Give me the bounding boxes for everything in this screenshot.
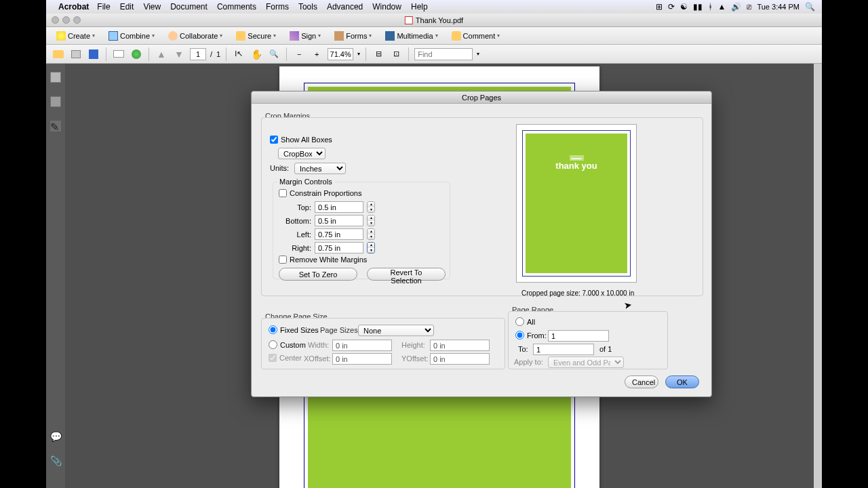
apply-to-select[interactable]: Even and Odd Pages: [548, 357, 624, 368]
custom-radio[interactable]: Custom: [269, 340, 306, 349]
find-input[interactable]: [414, 48, 473, 60]
menu-help[interactable]: Help: [411, 2, 428, 12]
bottom-input[interactable]: [315, 215, 363, 226]
left-stepper[interactable]: ▴▾: [367, 228, 375, 240]
right-label: Right:: [284, 244, 311, 252]
bluetooth-icon[interactable]: ᚼ: [708, 2, 713, 12]
menu-document[interactable]: Document: [170, 2, 208, 12]
cancel-button[interactable]: Cancel: [625, 375, 658, 388]
page-number-input[interactable]: [190, 48, 206, 60]
multimedia-button[interactable]: Multimedia▾: [380, 29, 442, 43]
constrain-proportions-checkbox[interactable]: Constrain Proportions: [279, 189, 361, 197]
marquee-icon: 🔍: [269, 49, 279, 58]
right-stepper[interactable]: ▴▾: [367, 242, 375, 253]
separator: [149, 47, 149, 61]
secure-button[interactable]: Secure▾: [231, 29, 281, 43]
print-button[interactable]: [69, 47, 83, 61]
menu-window[interactable]: Window: [372, 2, 401, 12]
preview-header: ▬▬▬: [570, 155, 584, 161]
app-menu[interactable]: Acrobat: [58, 2, 89, 12]
to-input[interactable]: [533, 344, 594, 355]
battery-icon[interactable]: ▮▮: [693, 2, 703, 12]
minimize-window-button[interactable]: [62, 16, 70, 24]
down-arrow-icon: ▼: [174, 49, 184, 60]
left-input[interactable]: [315, 228, 363, 240]
from-input[interactable]: [548, 330, 609, 342]
page-sizes-select[interactable]: None: [358, 325, 434, 336]
zoom-out-button[interactable]: −: [292, 47, 306, 61]
menu-comments[interactable]: Comments: [217, 2, 256, 12]
top-input[interactable]: [315, 201, 363, 213]
menu-file[interactable]: File: [97, 2, 110, 12]
zoom-in-button[interactable]: +: [310, 47, 323, 61]
box-type-select[interactable]: CropBox: [278, 148, 326, 159]
yoffset-label: YOffset:: [401, 354, 429, 363]
zoom-window-button[interactable]: [73, 16, 81, 24]
from-radio[interactable]: From:: [515, 331, 547, 340]
select-tool[interactable]: I↖: [232, 47, 245, 61]
crop-preview: ▬▬▬ thank you: [516, 124, 637, 283]
hand-tool[interactable]: ✋: [250, 47, 263, 61]
combine-button[interactable]: Combine▾: [104, 29, 159, 43]
right-input[interactable]: [315, 242, 363, 253]
xoffset-input[interactable]: [332, 353, 392, 365]
width-input[interactable]: [332, 340, 392, 351]
create-button[interactable]: Create▾: [52, 29, 100, 43]
menu-clock[interactable]: Tue 3:44 PM: [757, 3, 800, 11]
prev-page-button[interactable]: ▲: [155, 47, 168, 61]
wifi-icon[interactable]: ▲: [718, 2, 726, 12]
marquee-zoom-tool[interactable]: 🔍: [267, 47, 281, 61]
page-total: 1: [216, 50, 220, 58]
height-input[interactable]: [430, 340, 490, 351]
menu-view[interactable]: View: [143, 2, 161, 12]
ok-button[interactable]: OK: [665, 375, 699, 388]
mobileme-icon[interactable]: ☯: [680, 2, 688, 12]
email-button[interactable]: [112, 47, 125, 61]
zoom-input[interactable]: [328, 48, 353, 60]
menu-edit[interactable]: Edit: [120, 2, 134, 12]
units-select[interactable]: Inches: [294, 163, 346, 174]
remove-white-margins-checkbox[interactable]: Remove White Margins: [279, 256, 367, 264]
comment-button[interactable]: Comment▾: [447, 29, 505, 43]
zoom-in-icon: +: [315, 50, 319, 58]
yoffset-input[interactable]: [430, 353, 490, 365]
spotlight-icon[interactable]: 🔍: [805, 2, 815, 12]
center-checkbox[interactable]: Center: [269, 354, 302, 362]
show-all-boxes-checkbox[interactable]: Show All Boxes: [270, 136, 332, 144]
menu-forms[interactable]: Forms: [266, 2, 289, 12]
margin-controls-label: Margin Controls: [277, 178, 334, 186]
multimedia-icon: [385, 31, 395, 41]
display-icon[interactable]: ⎚: [747, 2, 751, 12]
collaborate-button[interactable]: Collaborate▾: [163, 29, 227, 43]
next-page-button[interactable]: ▼: [172, 47, 186, 61]
bookmarks-panel-icon[interactable]: [50, 96, 61, 107]
open-button[interactable]: [52, 47, 65, 61]
save-icon: [89, 49, 98, 59]
separator: [106, 47, 106, 61]
comment-panel-icon[interactable]: 💬: [50, 431, 62, 442]
status-icon[interactable]: ⊞: [656, 2, 663, 12]
attachments-panel-icon[interactable]: 📎: [50, 455, 62, 466]
vertical-scrollbar[interactable]: [814, 64, 822, 488]
web-button[interactable]: [130, 47, 143, 61]
pages-panel-icon[interactable]: [50, 72, 61, 83]
sign-button[interactable]: Sign▾: [285, 29, 326, 43]
top-stepper[interactable]: ▴▾: [367, 201, 375, 213]
fixed-sizes-radio[interactable]: Fixed Sizes: [269, 325, 319, 334]
menu-tools[interactable]: Tools: [298, 2, 317, 12]
close-window-button[interactable]: [52, 16, 59, 24]
revert-to-selection-button[interactable]: Revert To Selection: [367, 268, 446, 281]
volume-icon[interactable]: 🔊: [731, 2, 741, 12]
save-button[interactable]: [87, 47, 100, 61]
xoffset-label: XOffset:: [304, 354, 331, 363]
create-icon: [56, 31, 66, 41]
fit-width-button[interactable]: ⊟: [372, 47, 385, 61]
menu-advanced[interactable]: Advanced: [327, 2, 363, 12]
fit-page-button[interactable]: ⊡: [389, 47, 403, 61]
forms-button[interactable]: Forms▾: [330, 29, 376, 43]
set-to-zero-button[interactable]: Set To Zero: [279, 268, 357, 281]
all-radio[interactable]: All: [515, 317, 535, 326]
sync-icon[interactable]: ⟳: [668, 2, 675, 12]
signatures-panel-icon[interactable]: ✎: [50, 121, 61, 131]
bottom-stepper[interactable]: ▴▾: [367, 215, 375, 226]
